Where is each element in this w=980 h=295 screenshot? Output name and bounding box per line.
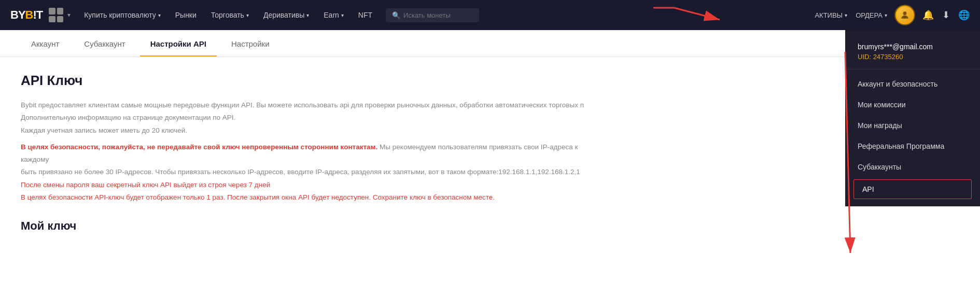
user-dropdown-panel: brumyrs***@gmail.com UID: 24735260 Аккау…: [845, 30, 980, 206]
logo-arrow: ▾: [67, 11, 71, 19]
dropdown-email: brumyrs***@gmail.com: [858, 43, 968, 51]
download-icon: ⬇: [942, 9, 950, 21]
nav-assets[interactable]: АКТИВЫ ▾: [815, 11, 847, 19]
dropdown-rewards[interactable]: Мои награды: [845, 115, 980, 136]
warning-line4: В целях безопасности API-ключ будет отоб…: [21, 191, 591, 204]
nav-buy-crypto[interactable]: Купить криптовалюту ▾: [78, 0, 167, 30]
nav-right: АКТИВЫ ▾ ОРДЕРА ▾ 🔔 ⬇ 🌐: [815, 6, 970, 24]
page-wrapper: BYB!T ▾ Купить криптовалюту ▾ Рынки Торг…: [0, 0, 980, 295]
nav-markets[interactable]: Рынки: [169, 0, 203, 30]
logo-area[interactable]: BYB!T ▾: [10, 8, 71, 22]
section-my-key: Мой ключ: [21, 219, 959, 233]
nav-assets-arrow: ▾: [845, 12, 847, 18]
tabs-bar: Аккаунт Субаккаунт Настройки API Настрой…: [0, 30, 980, 57]
tab-settings[interactable]: Настройки: [221, 32, 280, 57]
dropdown-subaccounts[interactable]: Субаккаунты: [845, 157, 980, 177]
nav-nft[interactable]: NFT: [352, 0, 379, 30]
nav-derivatives[interactable]: Деривативы ▾: [257, 0, 315, 30]
nav-orders-arrow: ▾: [885, 12, 887, 18]
dropdown-uid: UID: 24735260: [858, 53, 968, 61]
nav-derivatives-arrow: ▾: [306, 12, 309, 18]
top-navigation: BYB!T ▾ Купить криптовалюту ▾ Рынки Торг…: [0, 0, 980, 30]
info-line2: Дополнительную информацию на странице до…: [21, 111, 591, 124]
page-title: API Ключ: [21, 73, 959, 89]
warning-line1: В целях безопасности, пожалуйста, не пер…: [21, 141, 591, 166]
tab-subaccount[interactable]: Субаккаунт: [74, 32, 135, 57]
info-line3: Каждая учетная запись может иметь до 20 …: [21, 124, 591, 137]
bell-icon: 🔔: [922, 9, 934, 21]
tab-account[interactable]: Аккаунт: [21, 32, 69, 57]
nav-earn-arrow: ▾: [341, 12, 344, 18]
warning-line3: После смены пароля ваш секретный ключ AP…: [21, 179, 591, 191]
dropdown-api[interactable]: API: [853, 179, 972, 199]
nav-download[interactable]: ⬇: [942, 9, 950, 21]
nav-trade-arrow: ▾: [246, 12, 249, 18]
dropdown-referral[interactable]: Реферальная Программа: [845, 136, 980, 157]
avatar-button[interactable]: [895, 6, 914, 24]
logo-text: BYB!T: [10, 8, 43, 22]
info-block: Bybit предоставляет клиентам самые мощны…: [21, 99, 591, 137]
search-icon: 🔍: [392, 11, 400, 19]
search-input[interactable]: [403, 11, 476, 19]
warning-line2: быть привязано не более 30 IP-адресов. Ч…: [21, 166, 591, 178]
globe-icon: 🌐: [958, 9, 970, 21]
nav-orders[interactable]: ОРДЕРА ▾: [856, 11, 887, 19]
nav-notifications[interactable]: 🔔: [922, 9, 934, 21]
apps-icon[interactable]: [49, 8, 63, 22]
svg-point-0: [903, 11, 907, 15]
tab-api-settings[interactable]: Настройки API: [140, 32, 217, 57]
avatar-icon: [900, 10, 910, 20]
nav-trade[interactable]: Торговать ▾: [205, 0, 255, 30]
dropdown-commissions[interactable]: Мои комиссии: [845, 94, 980, 115]
dropdown-user-info: brumyrs***@gmail.com UID: 24735260: [845, 40, 980, 69]
main-content: API Ключ Bybit предоставляет клиентам са…: [0, 57, 980, 295]
info-line1: Bybit предоставляет клиентам самые мощны…: [21, 99, 591, 111]
warnings-block: В целях безопасности, пожалуйста, не пер…: [21, 141, 959, 204]
nav-earn[interactable]: Earn ▾: [317, 0, 350, 30]
nav-buy-crypto-arrow: ▾: [158, 12, 161, 18]
dropdown-account-security[interactable]: Аккаунт и безопасность: [845, 74, 980, 94]
search-box[interactable]: 🔍: [386, 8, 479, 22]
nav-language[interactable]: 🌐: [958, 9, 970, 21]
